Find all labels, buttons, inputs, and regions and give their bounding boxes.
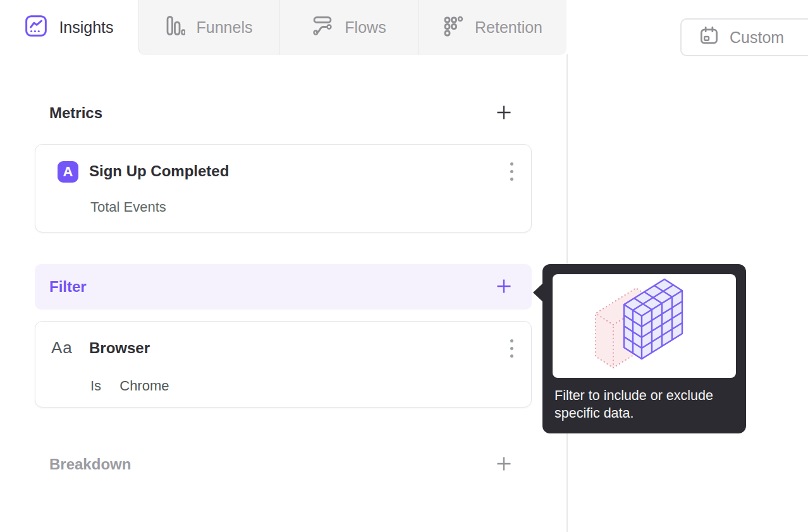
retention-icon [443, 15, 463, 40]
filter-card-browser[interactable]: Aa Browser Is Chrome [35, 321, 532, 408]
breakdown-section-header: Breakdown [49, 454, 512, 475]
filter-card-condition: Is Chrome [90, 378, 169, 394]
tooltip-arrow [533, 284, 542, 301]
filter-value[interactable]: Chrome [119, 378, 169, 394]
tab-funnels-label: Funnels [197, 18, 253, 37]
metrics-section-header: Metrics [49, 102, 512, 124]
plus-icon [496, 456, 512, 474]
custom-date-range-button[interactable]: Custom [680, 18, 808, 56]
tab-retention-label: Retention [475, 18, 542, 37]
insights-icon [25, 15, 47, 41]
custom-date-range-label: Custom [730, 28, 784, 47]
add-filter-button[interactable] [496, 279, 512, 295]
breakdown-section-title: Breakdown [49, 456, 131, 473]
tab-flows-label: Flows [345, 18, 386, 37]
calendar-icon [699, 26, 719, 49]
add-breakdown-button[interactable] [496, 456, 512, 473]
metric-card-menu-button[interactable] [505, 161, 518, 181]
metrics-section-title: Metrics [49, 104, 102, 122]
kebab-menu-icon [510, 162, 513, 166]
tab-funnels[interactable]: Funnels [138, 0, 279, 55]
tooltip-text: Filter to include or exclude specific da… [554, 387, 716, 422]
filter-section-row[interactable]: Filter [35, 264, 532, 310]
insights-report-builder: Insights Funnels Flows [0, 0, 808, 532]
plus-icon [496, 278, 512, 296]
tab-insights-label: Insights [59, 18, 113, 37]
metric-card-sign-up-completed[interactable]: A Sign Up Completed Total Events [35, 144, 532, 233]
flows-icon [312, 15, 333, 40]
tab-retention[interactable]: Retention [419, 0, 566, 55]
plus-icon [496, 104, 512, 123]
metric-card-title: Sign Up Completed [89, 162, 229, 180]
string-property-icon: Aa [51, 338, 73, 358]
kebab-menu-icon [510, 339, 513, 342]
tab-insights[interactable]: Insights [0, 0, 138, 55]
filter-card-title: Browser [89, 339, 150, 357]
filter-operator[interactable]: Is [90, 378, 101, 394]
metric-card-subtitle[interactable]: Total Events [90, 199, 166, 215]
filter-section-title: Filter [49, 278, 87, 296]
filter-help-tooltip: Filter to include or exclude specific da… [542, 264, 746, 433]
filter-cube-illustration [553, 274, 736, 378]
metric-letter-badge: A [58, 161, 78, 183]
add-metric-button[interactable] [496, 105, 512, 121]
report-type-tabs: Insights Funnels Flows [0, 0, 567, 55]
funnels-icon [166, 15, 185, 40]
filter-card-menu-button[interactable] [505, 338, 518, 358]
tab-flows[interactable]: Flows [279, 0, 419, 55]
